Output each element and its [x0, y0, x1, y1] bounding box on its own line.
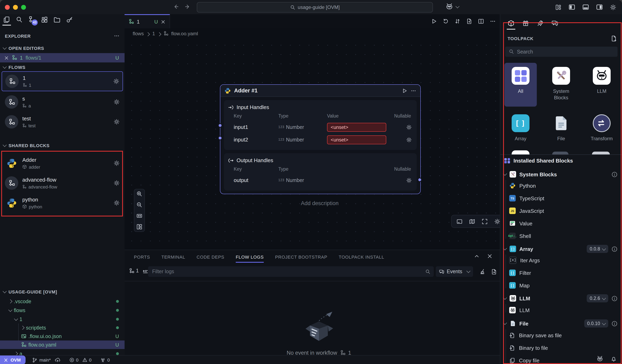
node-adder-1[interactable]: Adder #1 Input Handles KeyType ValueNull…	[220, 84, 421, 194]
open-editor-item[interactable]: 1 flows/1 U	[0, 53, 125, 62]
activity-extensions-icon[interactable]	[41, 16, 48, 23]
input2-connector-handle[interactable]	[218, 136, 222, 140]
shared-settings-gear-icon[interactable]	[114, 180, 120, 186]
shared-blocks-header[interactable]: SHARED BLOCKS	[3, 143, 50, 148]
compare-swap-icon[interactable]	[454, 18, 461, 24]
info-icon[interactable]	[611, 246, 618, 252]
close-panel-icon[interactable]	[487, 253, 493, 259]
close-window-button[interactable]	[5, 5, 10, 10]
flows-section-header[interactable]: FLOWS	[3, 65, 25, 70]
toolpack-tab-icon[interactable]	[507, 20, 514, 27]
command-center-search[interactable]: usage-guide [OVM]	[197, 2, 433, 13]
shared-settings-gear-icon[interactable]	[114, 200, 120, 206]
category-tile-array[interactable]: [ ] Array	[504, 110, 537, 145]
category-tile-file[interactable]: File	[545, 110, 577, 145]
flow-settings-gear-icon[interactable]	[114, 119, 120, 125]
new-block-file-icon[interactable]	[611, 35, 617, 42]
shared-block-advanced-flow[interactable]: advanced-flow advanced-flow	[2, 173, 123, 193]
log-flow-selector[interactable]: 1	[129, 268, 139, 273]
group-llm[interactable]: LLM 0.2.6	[500, 293, 622, 303]
tree-item-scriptlets[interactable]: scriptlets	[0, 324, 125, 332]
flow-item-1[interactable]: 1 1	[2, 71, 123, 91]
block-filter[interactable]: [ ]Filter	[500, 268, 622, 277]
zoom-out-icon[interactable]	[136, 202, 142, 208]
run-flow-icon[interactable]	[431, 18, 437, 24]
feedback-tab-icon[interactable]	[551, 20, 558, 27]
customize-layout-icon[interactable]	[555, 4, 562, 10]
flow-settings-gear-icon[interactable]	[114, 99, 120, 105]
editor-more-icon[interactable]	[490, 18, 496, 24]
assistant-dog-icon[interactable]	[596, 355, 603, 362]
clear-logs-broom-icon[interactable]	[480, 269, 486, 275]
rerun-flow-icon[interactable]	[443, 18, 449, 24]
zoom-in-icon[interactable]	[136, 191, 142, 197]
category-tile-transform[interactable]: Transform	[585, 110, 618, 145]
info-icon[interactable]	[611, 295, 618, 301]
export-logs-icon[interactable]	[491, 269, 497, 275]
activity-explorer-icon[interactable]	[3, 16, 10, 23]
block-iter-args[interactable]: [x]Iter Args	[500, 256, 622, 265]
block-binary-save-as-file[interactable]: Binary save as file	[500, 331, 622, 340]
fit-width-icon[interactable]	[136, 213, 142, 219]
shared-settings-gear-icon[interactable]	[114, 160, 120, 166]
split-editor-icon[interactable]	[478, 18, 484, 24]
tab-ports[interactable]: PORTS	[134, 254, 150, 259]
activity-search-icon[interactable]	[16, 16, 23, 23]
handle-gear-icon[interactable]	[406, 124, 413, 130]
block-llm[interactable]: LLM	[500, 306, 622, 314]
tree-item-vscode[interactable]: .vscode	[0, 297, 125, 306]
log-list-icon[interactable]	[142, 269, 149, 275]
info-icon[interactable]	[611, 171, 618, 177]
info-icon[interactable]	[611, 320, 618, 327]
output-connector-handle[interactable]	[418, 178, 422, 182]
tree-item-flow-ui-json[interactable]: .flow.ui.oo.jsonU	[0, 332, 125, 341]
shared-block-adder[interactable]: Adder adder	[2, 153, 123, 173]
flow-item-test[interactable]: test test	[2, 112, 123, 132]
maximize-panel-icon[interactable]	[474, 253, 480, 259]
category-tile-all[interactable]: All	[504, 63, 537, 107]
unset-value-badge[interactable]: <unset>	[327, 135, 386, 144]
activity-key-icon[interactable]	[66, 16, 73, 23]
category-tile-llm[interactable]: LLM	[585, 63, 618, 98]
sync-cloud-icon[interactable]	[55, 357, 60, 363]
open-editors-header[interactable]: OPEN EDITORS	[3, 46, 44, 51]
category-tile-system-blocks[interactable]: System Blocks	[545, 63, 577, 104]
tab-toolpack-install[interactable]: TOOLPACK INSTALL	[339, 254, 384, 259]
flow-settings-gear-icon[interactable]	[113, 78, 119, 84]
toolpack-search-input[interactable]: Search	[505, 47, 618, 57]
ports-item[interactable]: 0	[100, 357, 110, 363]
tree-item-flows[interactable]: flows	[0, 306, 125, 314]
handle-gear-icon[interactable]	[406, 177, 413, 183]
nav-back-icon[interactable]	[173, 4, 179, 10]
tab-flow-1[interactable]: 1 U	[125, 14, 170, 28]
add-description-placeholder[interactable]: Add description	[301, 200, 339, 206]
filter-logs-input[interactable]: Filter logs	[148, 266, 434, 277]
tab-project-bootstrap[interactable]: PROJECT BOOTSTRAP	[275, 254, 328, 259]
tab-close-icon[interactable]	[161, 19, 166, 24]
tree-item-flow-oo-yaml[interactable]: flow.oo.yamlU	[0, 341, 125, 349]
packages-tab-icon[interactable]	[522, 20, 529, 27]
unset-value-badge[interactable]: <unset>	[327, 123, 386, 131]
notifications-bell-icon[interactable]	[611, 356, 617, 362]
node-more-icon[interactable]	[411, 88, 416, 93]
auto-layout-icon[interactable]	[136, 224, 142, 230]
tree-item-1[interactable]: 1	[0, 315, 125, 324]
activity-folder-icon[interactable]	[54, 16, 60, 23]
flow-item-s[interactable]: s a	[2, 92, 123, 112]
group-array[interactable]: [ ] Array 0.0.8	[500, 244, 622, 254]
shared-block-python[interactable]: python python	[2, 193, 123, 213]
explorer-more-icon[interactable]	[114, 33, 120, 39]
tab-terminal[interactable]: TERMINAL	[161, 254, 185, 259]
node-run-icon[interactable]	[402, 88, 407, 93]
problems-item[interactable]: 0 0	[69, 358, 92, 362]
deploy-tab-icon[interactable]	[537, 20, 544, 27]
input1-connector-handle[interactable]	[218, 123, 222, 128]
breadcrumb-1[interactable]: 1	[152, 31, 155, 36]
breadcrumb-file[interactable]: flow.oo.yaml	[171, 31, 198, 36]
assistant-chevron-icon[interactable]	[455, 4, 460, 8]
activity-flows-icon[interactable]: 43	[28, 16, 35, 23]
fullscreen-icon[interactable]	[482, 218, 488, 224]
block-value[interactable]: Value	[500, 219, 622, 228]
maximize-window-button[interactable]	[21, 5, 26, 10]
llm-version-dropdown[interactable]: 0.2.6	[587, 294, 608, 302]
